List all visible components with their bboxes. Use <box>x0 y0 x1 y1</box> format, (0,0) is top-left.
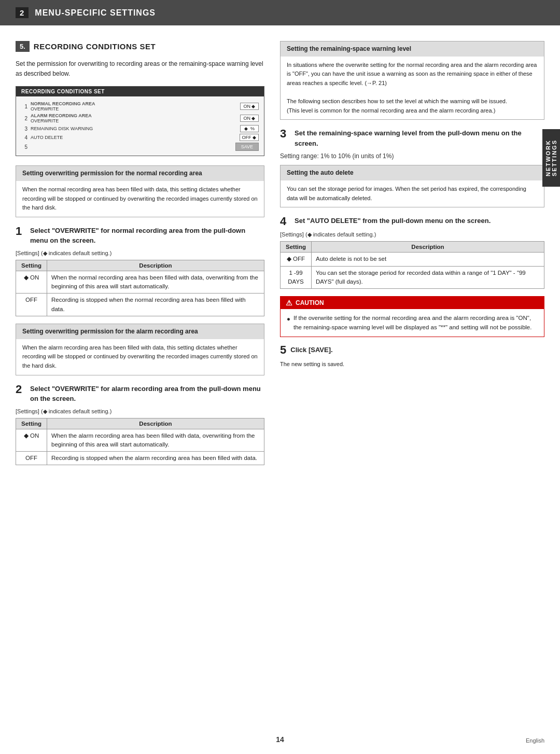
table2-row2-desc: Recording is stopped when the alarm reco… <box>47 452 264 465</box>
step5-number: 5 <box>280 344 286 356</box>
rec-row-4: 4 AUTO DELETE OFF ◆ <box>21 134 259 141</box>
subsection-alarm-body: When the alarm recording area has been f… <box>16 339 264 375</box>
step4-heading: 4 Set "AUTO DELETE" from the pull-down m… <box>280 216 544 227</box>
left-column: 5. RECORDING CONDITIONS SET Set the perm… <box>16 41 264 472</box>
subsection-alarm-box: Setting overwriting permission for the a… <box>16 324 264 375</box>
intro-text: Set the permission for overwriting to re… <box>16 59 264 79</box>
range-text: Setting range: 1% to 10% (in units of 1%… <box>280 152 544 160</box>
rec-row-1: 1 NORMAL RECORDING AREA OVERWRITE ON ◆ <box>21 101 259 111</box>
subsection-autodelete-body: You can set the storage period for image… <box>281 180 544 207</box>
save-button[interactable]: SAVE <box>235 143 259 151</box>
table1-row2-setting: OFF <box>16 294 47 316</box>
overwrite-alarm-control[interactable]: ON ◆ <box>240 115 259 122</box>
subsection-normal-header: Setting overwriting permission for the n… <box>16 166 264 181</box>
table3: Setting Description ◆ OFF Auto delete is… <box>280 241 544 289</box>
table2-header-desc: Description <box>47 418 264 429</box>
caution-text: If the overwrite setting for the normal … <box>293 313 538 332</box>
subsection-autodelete-header: Setting the auto delete <box>281 165 544 180</box>
rec-row-5: 5 SAVE <box>21 143 259 151</box>
step3-number: 3 <box>280 128 290 148</box>
caution-header: ⚠ CAUTION <box>281 297 544 309</box>
step3-text: Set the remaining-space warning level fr… <box>295 128 544 148</box>
table1-header-setting: Setting <box>16 260 47 271</box>
table-row: ◆ OFF Auto delete is not to be set <box>281 253 544 266</box>
table1-row1-setting: ◆ ON <box>16 271 47 294</box>
step4-text: Set "AUTO DELETE" from the pull-down men… <box>295 216 491 227</box>
rec-row-3: 3 REMAINING DISK WARNING ◆ % <box>21 125 259 132</box>
overwrite-normal-control[interactable]: ON ◆ <box>240 103 259 110</box>
caution-title: CAUTION <box>296 299 324 306</box>
chapter-header: 2 MENU-SPECIFIC SETTINGS <box>0 0 560 25</box>
auto-delete-control[interactable]: OFF ◆ <box>240 134 259 141</box>
settings-note-2: [Settings] (◆ indicates default setting.… <box>16 408 264 415</box>
english-label: English <box>526 737 544 744</box>
caution-box: ⚠ CAUTION ● If the overwrite setting for… <box>280 296 544 337</box>
table3-row1-desc: Auto delete is not to be set <box>312 253 544 266</box>
table-row: OFF Recording is stopped when the normal… <box>16 294 264 316</box>
chapter-number: 2 <box>16 7 29 18</box>
page-body: 5. RECORDING CONDITIONS SET Set the perm… <box>0 25 560 504</box>
table2: Setting Description ◆ ON When the alarm … <box>16 418 264 466</box>
table-row: 1 -99 DAYS You can set the storage perio… <box>281 266 544 289</box>
table-row: ◆ ON When the alarm recording area has b… <box>16 429 264 452</box>
table-row: ◆ ON When the normal recording area has … <box>16 271 264 294</box>
page-number: 14 <box>276 735 284 744</box>
step5-note: The new setting is saved. <box>280 360 544 369</box>
sidebar-label: NETWORKSETTINGS <box>542 129 560 187</box>
table3-header-setting: Setting <box>281 242 312 253</box>
subsection-alarm-header: Setting overwriting permission for the a… <box>16 324 264 339</box>
section-title: RECORDING CONDITIONS SET <box>34 42 156 51</box>
table3-row2-desc: You can set the storage period for recor… <box>312 266 544 289</box>
remaining-disk-control[interactable]: ◆ % <box>240 125 259 132</box>
chapter-title: MENU-SPECIFIC SETTINGS <box>35 8 156 18</box>
table1: Setting Description ◆ ON When the normal… <box>16 260 264 316</box>
subsection-normal-body: When the normal recording area has been … <box>16 181 264 217</box>
step5-heading: 5 Click [SAVE]. <box>280 344 544 356</box>
table2-row2-setting: OFF <box>16 452 47 465</box>
subsection-remaining-header: Setting the remaining-space warning leve… <box>281 41 544 57</box>
table2-row1-desc: When the alarm recording area has been f… <box>47 429 264 452</box>
table1-row2-desc: Recording is stopped when the normal rec… <box>47 294 264 316</box>
step1-heading: 1 Select "OVERWRITE" for normal recordin… <box>16 226 264 246</box>
rec-row-2: 2 ALARM RECORDING AREA OVERWRITE ON ◆ <box>21 113 259 123</box>
section-heading: 5. RECORDING CONDITIONS SET <box>16 41 264 52</box>
table1-row1-desc: When the normal recording area has been … <box>47 271 264 294</box>
subsection-remaining-body: In situations where the overwrite settin… <box>281 57 544 120</box>
step5-text: Click [SAVE]. <box>290 344 332 354</box>
table3-row2-setting: 1 -99 DAYS <box>281 266 312 289</box>
settings-note-3: [Settings] (◆ indicates default setting.… <box>280 231 544 238</box>
table2-header-setting: Setting <box>16 418 47 429</box>
step2-heading: 2 Select "OVERWRITE" for alarm recording… <box>16 384 264 404</box>
table2-row1-setting: ◆ ON <box>16 429 47 452</box>
table3-header-desc: Description <box>312 242 544 253</box>
table1-header-desc: Description <box>47 260 264 271</box>
subsection-remaining-box: Setting the remaining-space warning leve… <box>280 41 544 120</box>
bullet-icon: ● <box>287 314 290 332</box>
step2-text: Select "OVERWRITE" for alarm recording a… <box>30 384 264 404</box>
subsection-normal-box: Setting overwriting permission for the n… <box>16 165 264 217</box>
table3-row1-setting: ◆ OFF <box>281 253 312 266</box>
step1-text: Select "OVERWRITE" for normal recording … <box>30 226 264 246</box>
caution-item: ● If the overwrite setting for the norma… <box>287 313 538 332</box>
table-row: OFF Recording is stopped when the alarm … <box>16 452 264 465</box>
rec-conditions-title: RECORDING CONDITIONS SET <box>16 87 264 96</box>
section-number: 5. <box>16 41 30 52</box>
right-column: Setting the remaining-space warning leve… <box>280 41 544 472</box>
rec-conditions-rows: 1 NORMAL RECORDING AREA OVERWRITE ON ◆ 2… <box>16 96 264 156</box>
caution-body: ● If the overwrite setting for the norma… <box>281 309 544 337</box>
subsection-autodelete-box: Setting the auto delete You can set the … <box>280 165 544 207</box>
caution-icon: ⚠ <box>286 299 292 307</box>
rec-conditions-box: RECORDING CONDITIONS SET 1 NORMAL RECORD… <box>16 86 264 156</box>
settings-note-1: [Settings] (◆ indicates default setting.… <box>16 250 264 257</box>
step4-number: 4 <box>280 216 290 227</box>
step2-number: 2 <box>16 384 26 404</box>
step3-heading: 3 Set the remaining-space warning level … <box>280 128 544 148</box>
step1-number: 1 <box>16 226 26 246</box>
